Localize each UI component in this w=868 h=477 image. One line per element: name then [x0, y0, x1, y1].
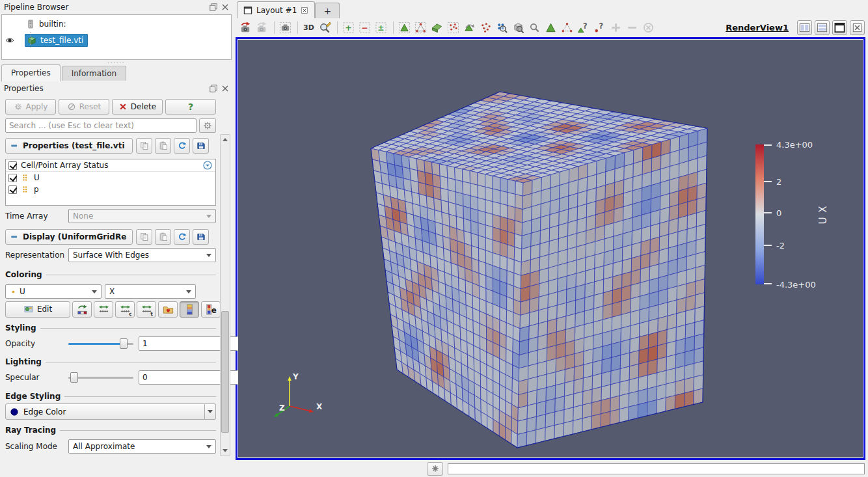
- paste-icon: [158, 141, 169, 151]
- apply-button[interactable]: Apply: [5, 99, 56, 115]
- color-legend-bar[interactable]: [755, 144, 764, 284]
- slider-handle[interactable]: [120, 338, 128, 349]
- zoom-to-data-button[interactable]: [318, 20, 332, 35]
- subtract-selection-button[interactable]: −: [357, 20, 372, 35]
- show-color-legend-icon: [183, 303, 196, 316]
- render-view-name[interactable]: RenderView1: [726, 23, 789, 33]
- close-panel-icon[interactable]: [220, 2, 230, 12]
- interactive-select-points-button[interactable]: [495, 20, 509, 35]
- array-checkbox[interactable]: [8, 185, 17, 194]
- pipeline-browser-title: Pipeline Browser: [4, 3, 207, 12]
- rescale-to-data-range-button[interactable]: [72, 301, 92, 318]
- properties-copy-properties-button[interactable]: [136, 138, 152, 154]
- representation-combo[interactable]: Surface With Edges: [68, 248, 216, 262]
- add-layout-tab[interactable]: +: [315, 3, 340, 18]
- close-tab-icon[interactable]: [300, 6, 309, 15]
- array-checkbox[interactable]: [8, 174, 17, 182]
- rescale-to-temporal-range-button[interactable]: t: [137, 301, 156, 318]
- scroll-up-icon[interactable]: [221, 135, 230, 144]
- search-options-button[interactable]: [199, 118, 216, 133]
- properties-scrollbar[interactable]: [220, 134, 230, 456]
- display-section-header[interactable]: Display (UniformGridRe: [5, 229, 133, 245]
- display-save-defaults-button[interactable]: [193, 229, 209, 245]
- rescale-to-custom-range-button[interactable]: c: [115, 301, 135, 318]
- scrollbar-thumb[interactable]: [221, 311, 229, 433]
- edge-color-dropdown[interactable]: [205, 403, 216, 420]
- properties-section-label: Properties (test_file.vti: [23, 141, 125, 150]
- color-array-combo[interactable]: U: [5, 284, 102, 299]
- edge-color-button[interactable]: Edge Color: [5, 403, 205, 420]
- array-combo-icon[interactable]: [202, 160, 213, 170]
- select-cells-polygon-button[interactable]: [462, 20, 477, 35]
- select-points-through-button[interactable]: [446, 20, 461, 35]
- render-viewport[interactable]: XYZ 4.3e+0020-2-4.3e+00 U X: [237, 39, 863, 458]
- maximize-view-button[interactable]: [832, 20, 847, 35]
- choose-preset-button[interactable]: [158, 301, 178, 318]
- rescale-to-visible-range-icon: [98, 303, 110, 316]
- close-properties-icon[interactable]: [220, 83, 230, 94]
- slider-handle[interactable]: [70, 372, 78, 383]
- show-color-legend-button[interactable]: [180, 301, 199, 318]
- paraview-window: Pipeline Browser builtin: test_file.vti …: [0, 0, 868, 460]
- abort-progress-button[interactable]: [427, 462, 443, 476]
- tab-layout1[interactable]: Layout #1: [237, 1, 315, 18]
- help-button[interactable]: ?: [165, 99, 216, 115]
- split-horizontal-button[interactable]: [797, 20, 812, 35]
- split-vertical-button[interactable]: [815, 20, 830, 35]
- save-screenshot-button[interactable]: [278, 20, 293, 35]
- camera-redo-button[interactable]: [254, 20, 269, 35]
- select-points-on-button[interactable]: [413, 20, 428, 35]
- properties-title: Properties: [4, 84, 207, 93]
- render-view[interactable]: XYZ 4.3e+0020-2-4.3e+00 U X: [236, 37, 865, 460]
- edit-color-legend-button[interactable]: e: [201, 301, 221, 318]
- selected-source-chip[interactable]: test_file.vti: [25, 34, 88, 47]
- tab-information[interactable]: Information: [62, 66, 126, 81]
- float-properties-icon[interactable]: [208, 83, 219, 94]
- clear-selection-button[interactable]: [641, 20, 656, 35]
- display-copy-properties-button[interactable]: [136, 229, 152, 245]
- interactive-select-cells-button[interactable]: [511, 20, 526, 35]
- shrink-selection-button[interactable]: [625, 20, 640, 35]
- properties-section-header[interactable]: Properties (test_file.vti: [5, 138, 133, 154]
- select-cells-through-button[interactable]: [429, 20, 444, 35]
- pipeline-item-builtin[interactable]: builtin:: [2, 17, 231, 31]
- tab-properties[interactable]: Properties: [1, 64, 61, 81]
- close-view-button[interactable]: [850, 20, 865, 35]
- add-selection-button[interactable]: +: [341, 20, 356, 35]
- close-view-icon: [851, 21, 863, 34]
- camera-undo-button[interactable]: [238, 20, 253, 35]
- toggle-selection-button[interactable]: ±: [373, 20, 388, 35]
- edit-color-map-button[interactable]: Edit: [5, 301, 70, 318]
- scroll-down-icon[interactable]: [221, 446, 230, 456]
- scaling-mode-combo[interactable]: All Approximate: [68, 439, 216, 454]
- array-status-checkbox[interactable]: [8, 161, 17, 170]
- display-paste-properties-button[interactable]: [155, 229, 171, 245]
- select-cells-on-button[interactable]: [397, 20, 412, 35]
- properties-restore-defaults-button[interactable]: [174, 138, 190, 154]
- search-input[interactable]: [5, 118, 197, 133]
- interactive-select-blocks-button[interactable]: [560, 20, 575, 35]
- reset-button[interactable]: Reset: [59, 99, 109, 115]
- float-panel-icon[interactable]: [208, 2, 219, 12]
- select-block-button[interactable]: [543, 20, 558, 35]
- hover-points-button[interactable]: [527, 20, 542, 35]
- pipeline-item-test-file[interactable]: test_file.vti: [2, 33, 231, 48]
- specular-slider[interactable]: [68, 372, 133, 383]
- select-points-polygon-button[interactable]: [478, 20, 493, 35]
- array-row-p[interactable]: p: [6, 184, 215, 195]
- color-component-combo[interactable]: X: [105, 284, 196, 299]
- color-legend[interactable]: 4.3e+0020-2-4.3e+00 U X: [755, 144, 860, 284]
- rescale-to-visible-range-button[interactable]: [94, 301, 113, 318]
- delete-button[interactable]: Delete: [112, 99, 163, 115]
- toggle-2d3d-button[interactable]: 3D: [301, 20, 316, 35]
- properties-save-defaults-button[interactable]: [193, 138, 209, 154]
- time-array-combo[interactable]: None: [68, 209, 216, 223]
- properties-paste-properties-button[interactable]: [155, 138, 171, 154]
- grow-selection-button[interactable]: [608, 20, 623, 35]
- query-cells-button[interactable]: ?: [576, 20, 591, 35]
- array-row-U[interactable]: U: [6, 172, 215, 184]
- visibility-eye-icon[interactable]: [5, 35, 15, 46]
- opacity-slider[interactable]: [68, 338, 133, 349]
- display-restore-defaults-button[interactable]: [174, 229, 190, 245]
- query-points-button[interactable]: ?: [592, 20, 607, 35]
